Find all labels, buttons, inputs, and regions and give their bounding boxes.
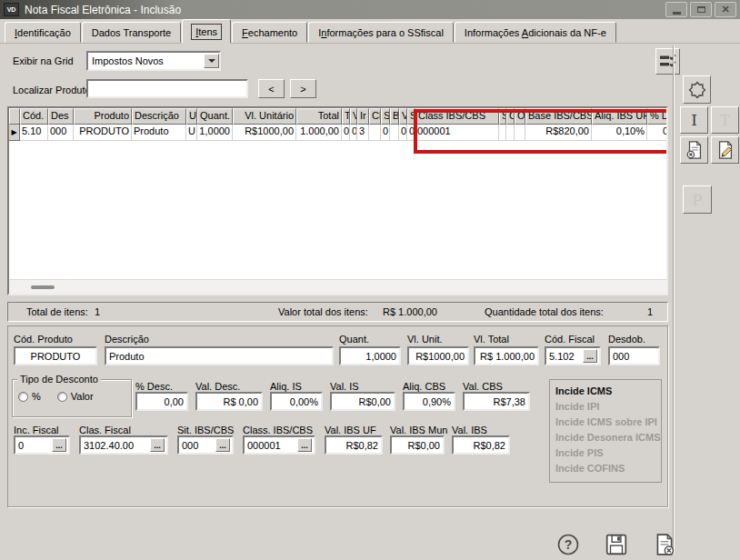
window-title: Nota Fiscal Eletrônica - Inclusão (25, 4, 663, 16)
field-aliq-is-input[interactable]: 0,00% (270, 392, 323, 411)
save-button[interactable] (602, 531, 631, 558)
field-cod-produto-input[interactable]: PRODUTO (14, 346, 97, 365)
tab-informacoes-para-o-ssfiscal[interactable]: Informações para o SSfiscal (308, 22, 454, 43)
close-button[interactable]: ✕ (715, 2, 736, 17)
grid-col-header-produto[interactable]: Produto (74, 108, 132, 125)
grid-cell-quant[interactable]: 1,0000 (197, 125, 233, 141)
field-inc-fiscal-browse-button[interactable]: ... (52, 438, 66, 452)
field-desdob-input[interactable]: 000 (608, 346, 660, 365)
grid-col-header-des[interactable]: Des (48, 108, 74, 125)
italic-button[interactable]: I (680, 106, 708, 134)
grid-cell-u[interactable]: U (186, 125, 197, 141)
grid-cell-s[interactable] (499, 125, 506, 141)
grid-cell-o[interactable] (515, 125, 525, 141)
edit-document-button[interactable] (711, 136, 739, 164)
field-cod-fiscal-browse-button[interactable]: ... (583, 349, 597, 363)
grid-col-header-o[interactable]: O (515, 108, 525, 125)
grid-col-header-s[interactable]: S (381, 108, 390, 125)
discard-button[interactable] (650, 531, 679, 558)
field-pct-desc-input[interactable]: 0,00 (135, 392, 188, 411)
grid-col-header-b[interactable]: B (390, 108, 399, 125)
field-sit-ibs-cbs-input[interactable]: 000... (177, 435, 234, 455)
scrollbar-thumb[interactable] (31, 285, 55, 289)
tab-fechamento[interactable]: Fechamento (232, 22, 307, 43)
grid-view-combobox[interactable]: Impostos Novos (86, 51, 221, 71)
grid-col-header-ir[interactable]: Ir (357, 108, 369, 125)
grid-col-header-dif-ib[interactable]: % Dif. IB (647, 108, 668, 125)
grid-cell-total[interactable]: 1.000,00 (296, 125, 342, 141)
grid-cell-dif-ib[interactable]: 0 (647, 125, 668, 141)
grid-col-header-total[interactable]: Total (296, 108, 342, 125)
grid-col-header-s[interactable]: S (499, 108, 506, 125)
field-val-ibs-mun-input[interactable]: R$0,00 (390, 435, 445, 455)
field-class-ibs-cbs-input[interactable]: 000001... (243, 435, 315, 455)
grid-col-header-cod[interactable]: Cód. (20, 108, 48, 125)
grid-col-header-aliq-ibs-uf[interactable]: Aliq. IBS UF (592, 108, 647, 125)
radio-valor[interactable]: Valor (57, 391, 94, 402)
localizar-produto-input[interactable] (86, 79, 248, 98)
tab-dados-transporte[interactable]: Dados Transporte (82, 22, 181, 43)
grid-cell-des[interactable]: 000 (48, 125, 74, 141)
tab-identificacao[interactable]: Identificação (5, 22, 81, 43)
combobox-dropdown-button[interactable] (204, 54, 219, 68)
previous-item-button[interactable]: < (258, 79, 285, 98)
items-grid[interactable]: Cód.DesProdutoDescriçãoUQuant.Vl. Unitár… (7, 106, 668, 295)
grid-cell-base-ibs-cbs[interactable]: R$820,00 (525, 125, 592, 141)
grid-col-header-descricao[interactable]: Descrição (132, 108, 186, 125)
next-item-button[interactable]: > (290, 79, 316, 98)
grid-cell-c[interactable] (506, 125, 515, 141)
grid-col-header-c[interactable]: C (506, 108, 515, 125)
grid-cell-ir[interactable]: 3 (357, 125, 369, 141)
maximize-button[interactable] (690, 2, 712, 17)
minimize-button[interactable] (665, 2, 687, 17)
grid-cell-s[interactable]: 0 (407, 125, 415, 141)
grid-data-row[interactable]: ▶5.10000PRODUTOProdutoU1,0000R$1000,001.… (9, 125, 666, 141)
grid-cell-v[interactable]: 0 (399, 125, 407, 141)
grid-cell-cl[interactable] (369, 125, 381, 141)
field-descricao-input[interactable]: Produto (105, 346, 334, 365)
field-vl-unit-input[interactable]: R$1000,00 (407, 346, 469, 365)
field-aliq-cbs-input[interactable]: 0,90% (403, 392, 455, 411)
field-val-ibs-input[interactable]: R$0,82 (452, 435, 510, 455)
grid-cell-cod[interactable]: 5.10 (20, 125, 48, 141)
field-sit-ibs-cbs-browse-button[interactable]: ... (215, 438, 230, 452)
field-quant-input[interactable]: 1,0000 (339, 346, 401, 365)
field-val-ibs-uf-input[interactable]: R$0,82 (325, 435, 383, 455)
grid-col-header-v[interactable]: V (350, 108, 357, 125)
grid-col-header-cl[interactable]: Cl (369, 108, 381, 125)
seal-button[interactable] (683, 75, 711, 104)
grid-cell-vl-unitario[interactable]: R$1000,00 (233, 125, 296, 141)
field-inc-fiscal-input[interactable]: 0... (14, 435, 70, 455)
grid-cell-produto[interactable]: PRODUTO (74, 125, 132, 141)
grid-col-header-quant[interactable]: Quant. (197, 108, 233, 125)
grid-col-header-s[interactable]: S (407, 108, 415, 125)
grid-col-header-base-ibs-cbs[interactable]: Base IBS/CBS (525, 108, 592, 125)
field-clas-fiscal-input[interactable]: 3102.40.00... (79, 435, 168, 455)
grid-cell-aliq-ibs-uf[interactable]: 0,10% (592, 125, 647, 141)
field-val-is-input[interactable]: R$0,00 (330, 392, 395, 411)
field-val-desc-input[interactable]: R$ 0,00 (195, 392, 263, 411)
grid-col-header-v[interactable]: V (399, 108, 407, 125)
delete-document-button[interactable] (680, 136, 708, 164)
grid-cell-v[interactable]: 0 (350, 125, 357, 141)
grid-cell-t[interactable]: 0 (342, 125, 350, 141)
field-class-ibs-cbs-browse-button[interactable]: ... (297, 438, 312, 452)
field-clas-fiscal-browse-button[interactable]: ... (150, 438, 165, 452)
grid-cell-b[interactable] (390, 125, 399, 141)
help-button[interactable]: ? (554, 531, 583, 558)
grid-col-header-u[interactable]: U (186, 108, 197, 125)
field-vl-total-input[interactable]: R$ 1.000,00 (474, 346, 539, 365)
field-cod-fiscal-input[interactable]: 5.102... (545, 346, 601, 365)
grid-cell-class-ibs-cbs[interactable]: 000001 (415, 125, 499, 141)
grid-horizontal-scrollbar[interactable] (9, 279, 666, 294)
tab-itens[interactable]: Itens (182, 19, 231, 44)
field-val-cbs-input[interactable]: R$7,38 (463, 392, 530, 411)
grid-col-header-t[interactable]: T (342, 108, 350, 125)
tab-informacoes-adicionais-da-nf-e[interactable]: Informações Adicionais da NF-e (455, 22, 616, 43)
grid-cell-descricao[interactable]: Produto (132, 125, 186, 141)
grid-col-header-class-ibs-cbs[interactable]: Class IBS/CBS (415, 108, 499, 125)
radio-col[interactable]: % (18, 391, 41, 402)
checklist-button[interactable] (655, 48, 680, 75)
grid-cell-s[interactable]: 0 (381, 125, 390, 141)
grid-col-header-vl-unitario[interactable]: Vl. Unitário (233, 108, 296, 125)
